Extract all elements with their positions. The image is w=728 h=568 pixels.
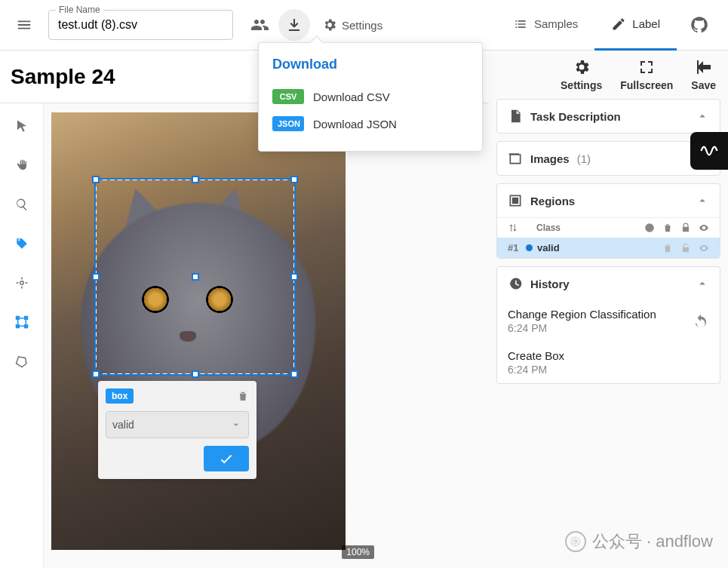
csv-chip: CSV <box>272 89 304 104</box>
save-action[interactable]: Save <box>691 58 716 91</box>
eye-icon[interactable] <box>699 223 709 233</box>
settings-link-label: Settings <box>342 19 382 32</box>
menu-icon <box>16 17 32 33</box>
resize-handle-mm[interactable] <box>192 273 199 281</box>
tab-label[interactable]: Label <box>594 0 677 51</box>
resize-handle-ml[interactable] <box>92 273 100 281</box>
download-csv-row[interactable]: CSV Download CSV <box>272 83 468 110</box>
images-header[interactable]: Images (1) <box>497 142 720 175</box>
svg-point-0 <box>20 281 23 285</box>
trash-icon[interactable] <box>662 223 673 233</box>
watermark: ㊌ 公众号 · andflow <box>565 530 713 553</box>
point-tool[interactable] <box>8 269 35 296</box>
history-title: History <box>530 278 570 290</box>
sort-icon[interactable] <box>508 223 518 233</box>
wave-icon <box>699 140 720 161</box>
edit-icon <box>611 17 626 32</box>
tab-samples[interactable]: Samples <box>496 0 594 51</box>
eye-icon[interactable] <box>699 243 709 253</box>
json-chip: JSON <box>272 116 304 131</box>
collaborators-button[interactable] <box>244 9 275 41</box>
images-panel: Images (1) <box>496 141 720 176</box>
svg-rect-7 <box>513 198 518 204</box>
task-description-panel: Task Description <box>496 99 720 134</box>
task-description-title: Task Description <box>530 110 621 123</box>
resize-handle-bl[interactable] <box>92 370 100 378</box>
gear-icon <box>322 17 337 32</box>
trash-icon <box>237 390 249 402</box>
history-item-time: 6:24 PM <box>508 364 564 376</box>
svg-rect-3 <box>24 317 27 320</box>
zoom-tool[interactable] <box>8 191 35 218</box>
region-color-dot <box>526 244 533 251</box>
class-select-value: valid <box>112 419 134 431</box>
class-select[interactable]: valid <box>106 411 249 438</box>
box-tool[interactable] <box>8 309 35 336</box>
download-json-label: Download JSON <box>313 118 397 130</box>
right-panel: Settings Fullscreen Save Task Descriptio… <box>489 51 728 568</box>
gear-icon <box>573 58 591 76</box>
download-button[interactable] <box>278 9 310 41</box>
watermark-text: 公众号 · andflow <box>592 530 713 553</box>
lock-icon[interactable] <box>680 223 691 233</box>
svg-rect-4 <box>16 325 19 328</box>
github-button[interactable] <box>683 8 716 41</box>
save-icon <box>695 58 713 76</box>
region-popup: box valid <box>98 381 256 479</box>
history-item-time: 6:24 PM <box>508 322 656 334</box>
class-column-label: Class <box>536 223 561 233</box>
region-index: #1 <box>508 242 526 253</box>
floating-widget[interactable] <box>690 132 728 170</box>
regions-columns: Class <box>497 217 720 238</box>
right-actions: Settings Fullscreen Save <box>496 58 720 91</box>
resize-handle-tm[interactable] <box>192 176 199 183</box>
region-type-chip: box <box>106 388 134 404</box>
people-icon <box>250 16 269 34</box>
tag-icon <box>15 237 29 250</box>
resize-handle-tl[interactable] <box>92 176 100 183</box>
download-icon <box>285 16 303 34</box>
piechart-icon[interactable] <box>644 223 655 233</box>
download-json-row[interactable]: JSON Download JSON <box>272 110 468 137</box>
list-icon <box>513 17 528 32</box>
selection-box[interactable] <box>95 179 295 375</box>
search-icon <box>15 198 29 211</box>
tab-label-label: Label <box>632 17 660 30</box>
tabs: Samples Label <box>496 0 722 51</box>
crosshair-icon <box>15 276 29 290</box>
task-description-header[interactable]: Task Description <box>497 100 720 133</box>
history-header[interactable]: History <box>497 267 720 300</box>
menu-button[interactable] <box>6 7 42 43</box>
select-tool[interactable] <box>8 112 35 140</box>
polygon-tool[interactable] <box>8 348 35 375</box>
history-item: Change Region Classification 6:24 PM <box>497 300 720 342</box>
tag-tool[interactable] <box>8 230 35 257</box>
chevron-down-icon <box>230 419 242 431</box>
page-title: Sample 24 <box>11 65 115 89</box>
canvas[interactable]: box valid 100% <box>44 103 489 568</box>
svg-rect-5 <box>24 325 27 328</box>
settings-action[interactable]: Settings <box>561 58 602 91</box>
pan-tool[interactable] <box>8 152 35 179</box>
fullscreen-action[interactable]: Fullscreen <box>620 58 673 91</box>
region-row-1[interactable]: #1 valid <box>497 238 720 258</box>
region-delete-button[interactable] <box>237 390 249 402</box>
regions-panel: Regions Class #1 valid <box>496 183 720 259</box>
filename-field-wrap: File Name <box>48 10 233 40</box>
download-csv-label: Download CSV <box>313 91 390 103</box>
undo-button[interactable] <box>693 313 709 330</box>
chevron-up-icon <box>696 109 709 123</box>
resize-handle-tr[interactable] <box>290 176 298 183</box>
resize-handle-br[interactable] <box>290 370 298 378</box>
resize-handle-mr[interactable] <box>290 273 298 281</box>
undo-icon <box>693 313 709 330</box>
settings-link[interactable]: Settings <box>313 9 392 41</box>
collections-icon <box>508 151 523 166</box>
svg-rect-2 <box>16 317 19 320</box>
confirm-region-button[interactable] <box>204 446 249 471</box>
unlock-icon[interactable] <box>680 243 691 253</box>
regions-header[interactable]: Regions <box>497 184 720 217</box>
cursor-icon <box>15 119 29 133</box>
resize-handle-bm[interactable] <box>192 370 199 378</box>
trash-icon[interactable] <box>662 243 673 253</box>
